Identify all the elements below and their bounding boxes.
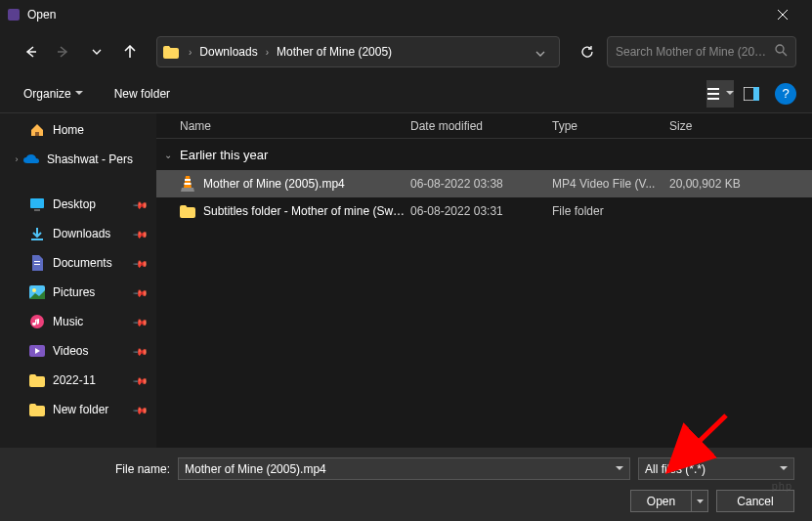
main-area: Home › Shashwat - Pers Desktop 📌 Downloa… xyxy=(0,113,812,448)
arrow-left-icon xyxy=(23,45,37,59)
navigation-toolbar: › Downloads › Mother of Mine (2005) Sear… xyxy=(0,29,812,74)
sidebar-item-pictures[interactable]: Pictures 📌 xyxy=(0,278,156,307)
refresh-icon xyxy=(580,45,594,59)
chevron-right-icon: › xyxy=(10,154,23,164)
close-button[interactable] xyxy=(760,0,804,29)
chevron-down-icon xyxy=(697,499,704,503)
command-bar: Organize New folder ? xyxy=(0,74,812,113)
sidebar-item-onedrive[interactable]: › Shashwat - Pers xyxy=(0,145,156,174)
forward-button[interactable] xyxy=(49,37,78,66)
breadcrumb-item[interactable]: Downloads xyxy=(195,43,261,61)
downloads-icon xyxy=(29,226,45,241)
vlc-icon xyxy=(180,176,195,192)
cancel-button[interactable]: Cancel xyxy=(716,490,794,512)
file-size: 20,00,902 KB xyxy=(669,177,812,191)
column-header-name[interactable]: Name xyxy=(156,119,410,133)
sidebar-item-music[interactable]: Music 📌 xyxy=(0,307,156,336)
file-row[interactable]: Mother of Mine (2005).mp4 06-08-2022 03:… xyxy=(156,170,812,197)
svg-rect-9 xyxy=(31,239,43,240)
file-type: File folder xyxy=(552,204,669,218)
open-label: Open xyxy=(647,495,675,508)
sidebar-item-label: Shashwat - Pers xyxy=(47,152,133,166)
organize-label: Organize xyxy=(23,87,71,101)
folder-icon xyxy=(29,402,45,417)
column-header-size[interactable]: Size xyxy=(669,119,812,133)
cancel-label: Cancel xyxy=(737,495,773,508)
filename-input[interactable]: Mother of Mine (2005).mp4 xyxy=(178,457,630,480)
search-icon xyxy=(775,44,788,60)
sidebar-item-label: Pictures xyxy=(53,285,95,299)
music-icon xyxy=(29,314,45,329)
svg-rect-16 xyxy=(185,179,191,181)
chevron-down-icon xyxy=(780,466,788,471)
svg-rect-10 xyxy=(34,261,40,262)
breadcrumb-item[interactable]: Mother of Mine (2005) xyxy=(273,43,396,61)
pin-icon: 📌 xyxy=(133,343,149,359)
desktop-icon xyxy=(29,196,45,212)
folder-icon xyxy=(29,372,45,388)
file-type-filter[interactable]: All files (*.*) xyxy=(638,457,794,480)
documents-icon xyxy=(29,255,45,271)
sidebar-item-label: Desktop xyxy=(53,197,96,211)
videos-icon xyxy=(29,343,45,359)
chevron-down-icon xyxy=(92,49,102,55)
svg-rect-7 xyxy=(30,198,44,208)
watermark: php xyxy=(772,480,792,492)
sidebar-item-label: Home xyxy=(53,123,84,137)
chevron-down-icon: ⌄ xyxy=(164,150,172,160)
sidebar-item-label: Documents xyxy=(53,256,112,270)
column-header-date[interactable]: Date modified xyxy=(410,119,552,133)
window-title: Open xyxy=(27,8,760,22)
view-list-button[interactable] xyxy=(706,80,734,108)
chevron-right-icon: › xyxy=(185,47,195,58)
chevron-down-icon xyxy=(726,91,734,96)
new-folder-button[interactable]: New folder xyxy=(107,83,178,105)
recent-dropdown[interactable] xyxy=(82,37,111,66)
svg-rect-8 xyxy=(34,209,40,211)
svg-point-13 xyxy=(32,288,36,292)
titlebar: Open xyxy=(0,0,812,29)
help-button[interactable]: ? xyxy=(775,83,796,105)
bottom-panel: File name: Mother of Mine (2005).mp4 All… xyxy=(0,448,812,521)
sidebar-item-label: Videos xyxy=(53,344,88,358)
sidebar-item-downloads[interactable]: Downloads 📌 xyxy=(0,219,156,248)
up-button[interactable] xyxy=(115,37,145,66)
filter-value: All files (*.*) xyxy=(645,462,705,476)
breadcrumb[interactable]: › Downloads › Mother of Mine (2005) xyxy=(156,36,560,67)
sidebar-item-desktop[interactable]: Desktop 📌 xyxy=(0,190,156,219)
sidebar-item-home[interactable]: Home xyxy=(0,115,156,145)
pin-icon: 📌 xyxy=(133,314,149,329)
file-date: 06-08-2022 03:38 xyxy=(410,177,552,191)
filename-value: Mother of Mine (2005).mp4 xyxy=(185,462,326,476)
refresh-button[interactable] xyxy=(572,36,603,67)
open-button[interactable]: Open xyxy=(630,490,691,512)
new-folder-label: New folder xyxy=(114,87,170,101)
file-list: Name Date modified Type Size ⌄ Earlier t… xyxy=(156,113,812,448)
sidebar-item-folder[interactable]: New folder 📌 xyxy=(0,395,156,424)
sidebar-item-documents[interactable]: Documents 📌 xyxy=(0,248,156,278)
sidebar-item-videos[interactable]: Videos 📌 xyxy=(0,336,156,366)
breadcrumb-dropdown[interactable] xyxy=(528,43,553,61)
preview-icon xyxy=(744,87,759,101)
list-icon xyxy=(707,87,723,101)
svg-rect-1 xyxy=(707,88,719,90)
back-button[interactable] xyxy=(16,37,45,66)
open-dropdown-button[interactable] xyxy=(691,490,708,512)
search-placeholder: Search Mother of Mine (200... xyxy=(616,45,769,59)
folder-icon xyxy=(180,203,195,219)
file-name: Subtitles folder - Mother of mine (Swede… xyxy=(203,204,410,218)
sidebar: Home › Shashwat - Pers Desktop 📌 Downloa… xyxy=(0,113,156,448)
file-row[interactable]: Subtitles folder - Mother of mine (Swede… xyxy=(156,197,812,225)
column-header-type[interactable]: Type xyxy=(552,119,669,133)
sidebar-item-folder[interactable]: 2022-11 📌 xyxy=(0,366,156,395)
onedrive-icon xyxy=(23,152,39,167)
group-header[interactable]: ⌄ Earlier this year xyxy=(156,139,812,170)
search-input[interactable]: Search Mother of Mine (200... xyxy=(607,36,796,67)
sidebar-item-label: New folder xyxy=(53,403,108,416)
organize-button[interactable]: Organize xyxy=(16,83,91,105)
pin-icon: 📌 xyxy=(133,226,149,241)
svg-point-0 xyxy=(776,45,784,53)
sidebar-item-label: 2022-11 xyxy=(53,373,96,387)
sidebar-item-label: Downloads xyxy=(53,227,110,240)
preview-pane-button[interactable] xyxy=(738,80,765,108)
